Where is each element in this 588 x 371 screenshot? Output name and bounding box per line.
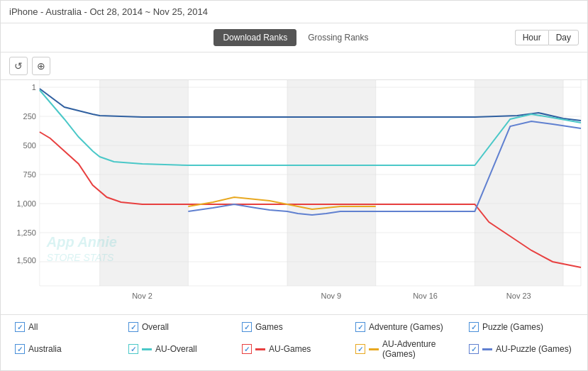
legend-item-puzzle[interactable]: Puzzle (Games) — [466, 321, 579, 333]
reset-button[interactable]: ↺ — [9, 57, 28, 75]
svg-text:Nov 23: Nov 23 — [506, 292, 531, 300]
legend-row-1: All Overall Games Adventure (Games) Puzz… — [12, 321, 576, 333]
svg-text:250: 250 — [23, 112, 36, 121]
au-overall-color — [142, 348, 152, 350]
au-overall-checkbox[interactable] — [128, 344, 138, 354]
legend-item-overall[interactable]: Overall — [126, 321, 239, 333]
chart-svg: 1 250 500 750 1,000 1,250 1,500 Nov 2 No… — [1, 80, 587, 314]
legend-label-au-puzzle: AU-Puzzle (Games) — [496, 344, 572, 354]
legend-item-au-games[interactable]: AU-Games — [239, 338, 353, 360]
zoom-button[interactable]: ⊕ — [32, 57, 50, 75]
legend-item-au-overall[interactable]: AU-Overall — [126, 338, 239, 360]
svg-text:1,500: 1,500 — [16, 256, 35, 265]
svg-text:Nov 16: Nov 16 — [413, 292, 438, 300]
legend-label-australia: Australia — [28, 344, 62, 354]
svg-text:STORE STATS: STORE STATS — [47, 252, 114, 263]
au-puzzle-color — [482, 348, 492, 350]
legend-item-au-adventure[interactable]: AU-Adventure (Games) — [353, 338, 466, 360]
legend-item-adventure[interactable]: Adventure (Games) — [353, 321, 466, 333]
au-games-checkbox[interactable] — [242, 344, 252, 354]
au-games-color — [255, 348, 265, 350]
page-title: iPhone - Australia - Oct 28, 2014 ~ Nov … — [9, 6, 208, 17]
chart-area: 1 250 500 750 1,000 1,250 1,500 Nov 2 No… — [1, 80, 587, 314]
grossing-ranks-button[interactable]: Grossing Ranks — [302, 29, 374, 46]
legend-label-au-adventure: AU-Adventure (Games) — [382, 339, 463, 359]
hour-button[interactable]: Hour — [515, 30, 548, 45]
svg-text:1,000: 1,000 — [16, 199, 35, 208]
svg-text:500: 500 — [23, 141, 36, 150]
au-adventure-color — [369, 348, 379, 350]
legend-label-au-games: AU-Games — [269, 344, 311, 354]
svg-text:1,250: 1,250 — [16, 228, 35, 237]
legend-label-puzzle: Puzzle (Games) — [482, 322, 543, 332]
legend-item-australia[interactable]: Australia — [12, 338, 126, 360]
games-checkbox[interactable] — [242, 322, 252, 332]
australia-checkbox[interactable] — [15, 344, 25, 354]
all-checkbox[interactable] — [15, 322, 25, 332]
puzzle-checkbox[interactable] — [469, 322, 479, 332]
overall-checkbox[interactable] — [128, 322, 138, 332]
svg-text:750: 750 — [23, 170, 36, 179]
svg-text:Nov 2: Nov 2 — [132, 292, 152, 300]
svg-rect-3 — [475, 80, 563, 286]
download-ranks-button[interactable]: Download Ranks — [213, 29, 296, 46]
au-adventure-checkbox[interactable] — [355, 344, 365, 354]
day-button[interactable]: Day — [548, 30, 579, 45]
legend-label-overall: Overall — [142, 322, 169, 332]
svg-text:1: 1 — [32, 83, 36, 92]
legend-label-games: Games — [255, 322, 283, 332]
au-puzzle-checkbox[interactable] — [469, 344, 479, 354]
legend-label-adventure: Adventure (Games) — [369, 322, 443, 332]
legend: All Overall Games Adventure (Games) Puzz… — [1, 314, 587, 366]
legend-item-all[interactable]: All — [12, 321, 126, 333]
legend-row-2: Australia AU-Overall AU-Games AU-Adventu… — [12, 338, 576, 360]
legend-label-all: All — [28, 322, 38, 332]
svg-text:App Annie: App Annie — [46, 234, 117, 250]
svg-text:Nov 9: Nov 9 — [321, 292, 342, 300]
legend-item-games[interactable]: Games — [239, 321, 353, 333]
adventure-checkbox[interactable] — [355, 322, 365, 332]
legend-label-au-overall: AU-Overall — [155, 344, 197, 354]
legend-item-au-puzzle[interactable]: AU-Puzzle (Games) — [466, 338, 579, 360]
svg-rect-2 — [287, 80, 376, 286]
